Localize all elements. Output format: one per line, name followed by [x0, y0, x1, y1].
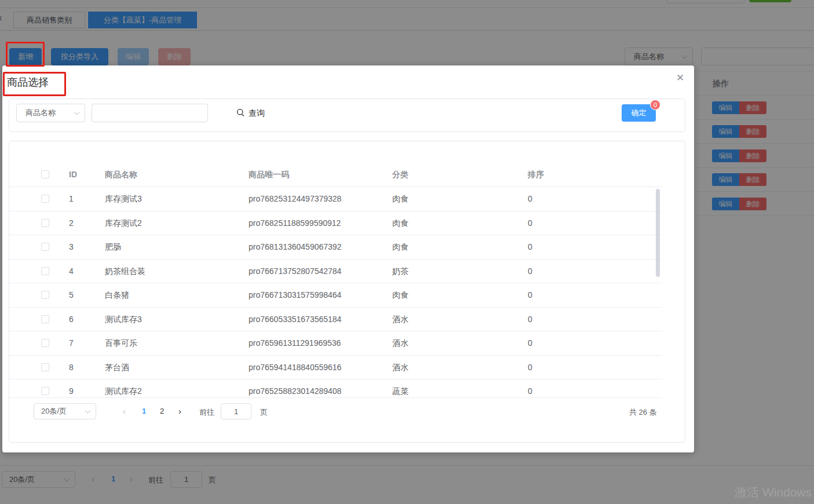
modal-goto-page-input[interactable]: [221, 403, 251, 419]
product-row[interactable]: 8茅台酒pro765941418840559616酒水0: [9, 356, 662, 380]
header-sort: 排序: [528, 162, 544, 187]
row-checkbox[interactable]: [41, 219, 49, 227]
cell-name: 百事可乐: [105, 331, 137, 356]
modal-goto-label: 前往: [199, 407, 214, 418]
cell-code: pro765258823014289408: [249, 379, 341, 398]
product-row[interactable]: 2库存测试2pro768251188599590912肉食0: [9, 211, 662, 236]
cell-category: 肉食: [392, 283, 408, 308]
cell-sort: 0: [528, 283, 532, 308]
windows-watermark: 激活 Windows 转到“设置”以激活 Windows。: [735, 484, 814, 504]
product-table-body: 1库存测试3pro768253124497379328肉食02库存测试2pro7…: [9, 187, 662, 398]
row-checkbox[interactable]: [41, 291, 49, 299]
filter-keyword-input[interactable]: [92, 104, 208, 122]
cell-id: 7: [69, 331, 74, 356]
cell-id: 3: [69, 235, 74, 260]
cell-id: 5: [69, 283, 74, 308]
cell-code: pro765961311291969536: [249, 331, 341, 356]
header-category: 分类: [392, 162, 408, 187]
cell-code: pro766713031575998464: [249, 283, 341, 308]
row-checkbox[interactable]: [41, 387, 49, 395]
row-checkbox[interactable]: [41, 267, 49, 275]
modal-page-2[interactable]: 2: [160, 407, 164, 415]
cell-code: pro765941418840559616: [249, 356, 341, 380]
cell-id: 9: [69, 379, 74, 398]
select-all-checkbox[interactable]: [41, 170, 49, 178]
scrollbar-thumb[interactable]: [656, 189, 660, 277]
cell-sort: 0: [528, 379, 532, 398]
cell-code: pro766053351673565184: [249, 308, 341, 332]
row-checkbox[interactable]: [41, 339, 49, 347]
header-id: ID: [69, 162, 77, 187]
modal-page-unit-label: 页: [260, 407, 268, 418]
selected-count-badge: 0: [650, 100, 660, 110]
cell-id: 8: [69, 356, 74, 380]
filter-field-value: 商品名称: [25, 108, 56, 117]
product-row[interactable]: 4奶茶组合装pro766713752807542784奶茶0: [9, 260, 662, 284]
cell-sort: 0: [528, 211, 532, 236]
modal-page-1[interactable]: 1: [142, 407, 146, 415]
row-checkbox[interactable]: [41, 195, 49, 203]
cell-sort: 0: [528, 356, 532, 380]
cell-name: 测试库存2: [105, 379, 142, 398]
row-checkbox[interactable]: [41, 315, 49, 323]
annotation-rect-add-button: [6, 42, 45, 67]
cell-id: 1: [69, 187, 74, 211]
total-count-label: 共 26 条: [629, 407, 657, 418]
modal-page-size-select[interactable]: 20条/页: [34, 403, 96, 419]
cell-sort: 0: [528, 331, 532, 356]
cell-sort: 0: [528, 187, 532, 211]
cell-code: pro768253124497379328: [249, 187, 341, 211]
cell-name: 肥肠: [105, 235, 121, 260]
cell-category: 肉食: [392, 211, 408, 236]
cell-name: 库存测试3: [105, 187, 142, 211]
cell-code: pro768251188599590912: [249, 211, 341, 236]
product-row[interactable]: 7百事可乐pro765961311291969536酒水0: [9, 331, 662, 356]
filter-bar: 商品名称 查询 确定 0: [9, 98, 685, 132]
cell-name: 奶茶组合装: [105, 260, 145, 284]
cell-name: 白条猪: [105, 283, 129, 308]
cell-name: 测试库存3: [105, 308, 142, 332]
chevron-down-icon: [74, 109, 80, 115]
chevron-down-icon: [85, 408, 91, 414]
filter-field-select[interactable]: 商品名称: [16, 104, 85, 122]
cell-category: 酒水: [392, 331, 408, 356]
cell-category: 肉食: [392, 235, 408, 260]
product-row[interactable]: 5白条猪pro766713031575998464肉食0: [9, 283, 662, 308]
header-code: 商品唯一码: [249, 162, 289, 187]
product-select-dialog: 商品选择 ✕ 商品名称 查询 确定 0 ID 商品名称 商品唯一码 分类 排序 …: [2, 65, 694, 452]
cell-sort: 0: [528, 260, 532, 284]
header-name: 商品名称: [105, 162, 137, 187]
product-table: ID 商品名称 商品唯一码 分类 排序 1库存测试3pro76825312449…: [9, 141, 685, 443]
product-table-header: ID 商品名称 商品唯一码 分类 排序: [9, 162, 662, 187]
product-row[interactable]: 9测试库存2pro765258823014289408蔬菜0: [9, 379, 662, 398]
cell-sort: 0: [528, 235, 532, 260]
product-row[interactable]: 3肥肠pro768131360459067392肉食0: [9, 235, 662, 260]
modal-prev-page-icon[interactable]: ‹: [123, 406, 126, 416]
close-icon[interactable]: ✕: [676, 72, 684, 84]
cell-id: 4: [69, 260, 74, 284]
row-checkbox[interactable]: [41, 243, 49, 251]
modal-page-size-value: 20条/页: [41, 407, 67, 415]
product-row[interactable]: 6测试库存3pro766053351673565184酒水0: [9, 308, 662, 332]
search-button[interactable]: 查询: [236, 104, 265, 122]
product-row[interactable]: 1库存测试3pro768253124497379328肉食0: [9, 187, 662, 211]
cell-id: 2: [69, 211, 74, 236]
cell-category: 奶茶: [392, 260, 408, 284]
cell-name: 茅台酒: [105, 356, 129, 380]
cell-code: pro768131360459067392: [249, 235, 341, 260]
cell-category: 肉食: [392, 187, 408, 211]
search-label: 查询: [249, 108, 265, 118]
row-checkbox[interactable]: [41, 363, 49, 371]
search-icon: [236, 108, 245, 117]
modal-next-page-icon[interactable]: ›: [178, 406, 181, 416]
cell-category: 蔬菜: [392, 379, 408, 398]
watermark-line1: 激活 Windows: [735, 484, 814, 501]
cell-name: 库存测试2: [105, 211, 142, 236]
modal-pagination: 20条/页 ‹ 1 2 › 前往 页 共 26 条: [9, 403, 685, 420]
cell-category: 酒水: [392, 308, 408, 332]
cell-category: 酒水: [392, 356, 408, 380]
cell-sort: 0: [528, 308, 532, 332]
cell-code: pro766713752807542784: [249, 260, 341, 284]
cell-id: 6: [69, 308, 74, 332]
annotation-rect-dialog-title: [3, 72, 66, 96]
